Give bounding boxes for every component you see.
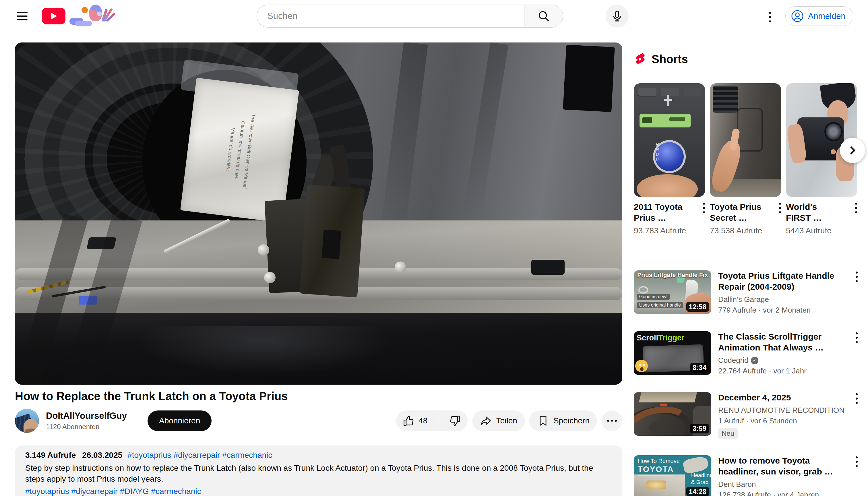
shorts-shelf: R N D B 2011 Toyota Prius … 93.783 Aufru… [634, 83, 858, 235]
sign-in-label: Anmelden [808, 12, 846, 21]
video-player[interactable]: Tire Tie Down Belt Owners Manual Ceintur… [15, 43, 622, 385]
suggested-video-row: How To Remove TOYOTA Headliner & Grab Ha… [634, 455, 858, 496]
search-button[interactable] [524, 4, 563, 28]
suggested-videos: Prius Liftgate Handle Fix Good as new! U… [634, 270, 858, 496]
duration-badge: 12:58 [686, 302, 709, 312]
search-bar [257, 4, 563, 28]
kebab-icon[interactable] [856, 393, 858, 438]
bookmark-icon [537, 415, 549, 427]
view-count: 3.149 Aufrufe [25, 451, 76, 460]
chevron-right-icon [847, 146, 855, 154]
video-channel: Dallin's Garage [718, 295, 844, 304]
kebab-icon[interactable] [703, 203, 705, 223]
description-inline-tags[interactable]: #toyotaprius #diycarrepair #carmechanic [127, 451, 272, 460]
kebab-icon[interactable] [856, 272, 858, 314]
shorts-icon [634, 52, 647, 66]
sign-in-button[interactable]: Anmelden [785, 6, 853, 26]
black-tape-art [563, 45, 615, 112]
duration-badge: 8:34 [690, 363, 709, 373]
subscriber-count: 1120 Abonnenten [46, 423, 132, 431]
microphone-icon [611, 10, 623, 22]
short-title[interactable]: 2011 Toyota Prius … [634, 202, 690, 223]
shift-knob-art: R N D B [653, 140, 686, 173]
top-navigation-bar: Anmelden [0, 0, 868, 32]
short-views: 93.783 Aufrufe [634, 226, 705, 235]
short-thumbnail[interactable]: R N D B [634, 83, 705, 197]
suggested-video-row: Prius Liftgate Handle Fix Good as new! U… [634, 270, 858, 314]
kebab-icon[interactable] [779, 203, 781, 223]
description-footer-tags[interactable]: #toyotaprius #diycarrepair #DIAYG #carme… [25, 487, 612, 496]
search-input[interactable] [257, 4, 524, 28]
subscribe-button[interactable]: Abonnieren [148, 410, 212, 431]
new-badge: Neu [718, 428, 738, 438]
bolt-art [395, 262, 406, 273]
short-title[interactable]: World's FIRST … [786, 202, 842, 223]
kebab-icon[interactable] [856, 332, 858, 375]
video-actions: 48 Teilen Speichern [396, 410, 622, 431]
more-actions-button[interactable] [602, 410, 622, 431]
like-count: 48 [418, 416, 428, 425]
bolt-art [264, 272, 276, 283]
video-meta: 779 Aufrufe · vor 2 Monaten [718, 306, 844, 314]
video-thumbnail[interactable]: Prius Liftgate Handle Fix Good as new! U… [634, 270, 711, 314]
short-views: 5443 Aufrufe [786, 226, 857, 235]
person-icon [791, 10, 804, 23]
trunk-latch-art [300, 184, 365, 298]
video-thumbnail[interactable]: How To Remove TOYOTA Headliner & Grab Ha… [634, 455, 711, 496]
short-card: Toyota Prius Secret … 73.538 Aufrufe [710, 83, 781, 235]
thumbs-down-icon [449, 415, 461, 427]
like-dislike-pill: 48 [396, 410, 468, 431]
video-channel: RENU AUTOMOTIVE RECONDITIONING L… [718, 406, 844, 415]
suggested-video-row: 3:59 December 4, 2025 RENU AUTOMOTIVE RE… [634, 392, 858, 438]
short-views: 73.538 Aufrufe [710, 226, 781, 235]
verified-icon: ✓ [751, 357, 758, 364]
search-icon [537, 10, 550, 23]
save-button[interactable]: Speichern [529, 410, 597, 431]
shorts-heading: Shorts [652, 53, 688, 66]
dislike-button[interactable] [442, 410, 468, 431]
video-meta: 1 Aufruf · vor 6 Stunden [718, 417, 844, 425]
video-title[interactable]: Toyota Prius Liftgate Handle Repair (200… [718, 270, 844, 292]
channel-avatar[interactable] [15, 409, 39, 433]
channel-name[interactable]: DoItAllYourselfGuy [46, 411, 132, 421]
video-meta: 126.738 Aufrufe · vor 4 Jahren [718, 491, 844, 496]
event-doodle-art [69, 4, 112, 28]
channel-row: DoItAllYourselfGuy 1120 Abonnenten Abonn… [15, 409, 622, 433]
thumbs-up-icon [402, 415, 415, 427]
save-label: Speichern [554, 416, 590, 425]
short-thumbnail[interactable] [710, 83, 781, 197]
duration-badge: 14:28 [686, 487, 709, 496]
duration-badge: 3:59 [690, 424, 709, 433]
upload-date: 26.03.2025 [82, 451, 122, 460]
kebab-icon[interactable] [856, 456, 858, 496]
share-icon [480, 415, 492, 427]
menu-icon[interactable] [17, 9, 32, 24]
kebab-icon [607, 420, 617, 422]
shorts-next-button[interactable] [840, 138, 865, 163]
video-title: How to Replace the Trunk Latch on a Toyo… [15, 390, 560, 403]
video-channel: Dent Baron [718, 480, 844, 489]
short-title[interactable]: Toyota Prius Secret … [710, 202, 766, 223]
video-title[interactable]: The Classic ScrollTrigger Animation That… [718, 331, 844, 353]
short-card: R N D B 2011 Toyota Prius … 93.783 Aufru… [634, 83, 705, 235]
video-meta: 22.764 Aufrufe · vor 1 Jahr [718, 367, 844, 375]
kebab-icon[interactable] [855, 203, 857, 223]
youtube-logo[interactable] [42, 7, 112, 25]
share-button[interactable]: Teilen [472, 410, 525, 431]
video-thumbnail[interactable]: 3:59 [634, 392, 711, 436]
shorts-header: Shorts [634, 52, 858, 66]
share-label: Teilen [496, 416, 517, 425]
suggested-video-row: ScrollTrigger 8:34 The Classic ScrollTri… [634, 331, 858, 375]
video-title[interactable]: December 4, 2025 [718, 392, 844, 403]
settings-kebab-icon[interactable] [763, 10, 776, 24]
description-box[interactable]: 3.149 Aufrufe 26.03.2025 #toyotaprius #d… [15, 446, 622, 496]
video-thumbnail[interactable]: ScrollTrigger 8:34 [634, 331, 711, 375]
like-button[interactable]: 48 [396, 410, 434, 431]
voice-search-button[interactable] [606, 4, 629, 28]
description-text: Step by step instructions on how to repl… [25, 463, 608, 484]
youtube-play-icon [42, 8, 65, 25]
video-channel: Codegrid ✓ [718, 356, 844, 365]
related-sidebar: Shorts R N D B 2011 Toyota Prius … 93.78… [634, 43, 858, 496]
video-title[interactable]: How to remove Toyota headliner, sun viso… [718, 455, 844, 477]
